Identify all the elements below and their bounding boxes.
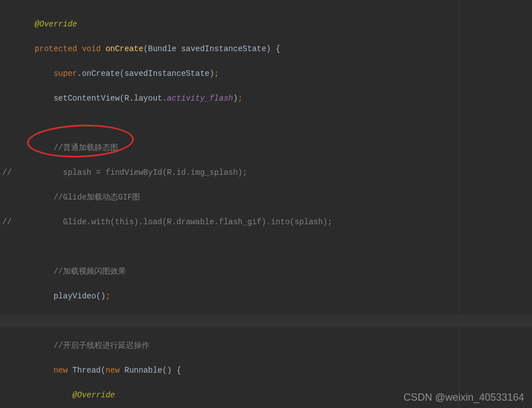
comment: //Glide加载动态GIF图: [53, 193, 140, 202]
keyword-super: super: [53, 69, 77, 78]
cursor-line: [0, 315, 532, 327]
annotation: @Override: [35, 20, 78, 29]
code-editor[interactable]: @Override protected void onCreate(Bundle…: [0, 0, 532, 408]
keyword-void: void: [82, 44, 101, 53]
comment: //开启子线程进行延迟操作: [53, 341, 150, 350]
gutter-comment: //: [2, 166, 16, 179]
comment-highlighted: //加载视频闪图效果: [53, 267, 126, 276]
comment: //普通加载静态图: [53, 143, 118, 152]
method-oncreate: onCreate: [106, 44, 143, 53]
playvideo-call: playVideo(): [53, 292, 105, 301]
annotation: @Override: [73, 391, 115, 400]
watermark: CSDN @weixin_40533164: [404, 391, 524, 404]
gutter-comment: //: [2, 216, 16, 228]
keyword-protected: protected: [35, 44, 78, 53]
